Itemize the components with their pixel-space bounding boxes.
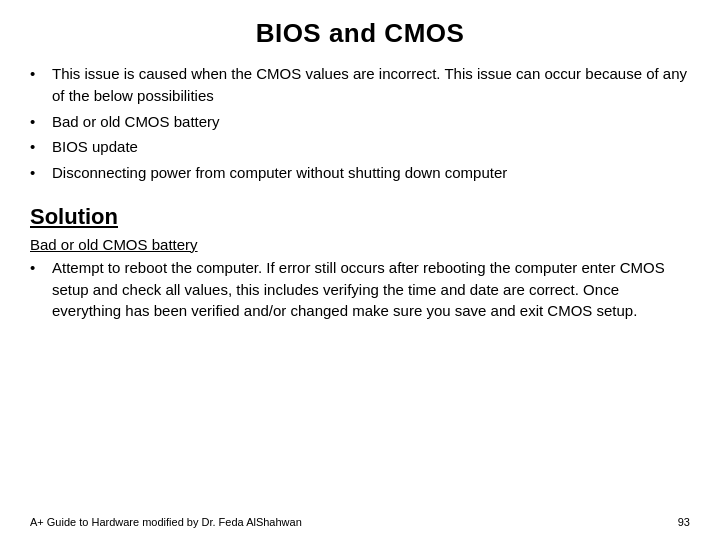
bullet-icon: •	[30, 257, 48, 279]
intro-bullet-list: • This issue is caused when the CMOS val…	[30, 63, 690, 188]
intro-item-4: Disconnecting power from computer withou…	[52, 162, 507, 184]
intro-item-2: Bad or old CMOS battery	[52, 111, 220, 133]
footer-right: 93	[678, 516, 690, 528]
page: BIOS and CMOS • This issue is caused whe…	[0, 0, 720, 540]
intro-item-3: BIOS update	[52, 136, 138, 158]
page-title: BIOS and CMOS	[30, 18, 690, 49]
bullet-icon: •	[30, 111, 48, 133]
list-item: • This issue is caused when the CMOS val…	[30, 63, 690, 107]
footer: A+ Guide to Hardware modified by Dr. Fed…	[30, 512, 690, 528]
bullet-icon: •	[30, 162, 48, 184]
bullet-icon: •	[30, 136, 48, 158]
footer-left: A+ Guide to Hardware modified by Dr. Fed…	[30, 516, 302, 528]
solution-heading: Solution	[30, 204, 690, 230]
bullet-icon: •	[30, 63, 48, 85]
solution-bullet-item: • Attempt to reboot the computer. If err…	[30, 257, 690, 322]
intro-item-1: This issue is caused when the CMOS value…	[52, 63, 690, 107]
solution-bullet-text: Attempt to reboot the computer. If error…	[52, 257, 690, 322]
list-item: • BIOS update	[30, 136, 690, 158]
list-item: • Bad or old CMOS battery	[30, 111, 690, 133]
subsection-title: Bad or old CMOS battery	[30, 236, 690, 253]
list-item: • Disconnecting power from computer with…	[30, 162, 690, 184]
